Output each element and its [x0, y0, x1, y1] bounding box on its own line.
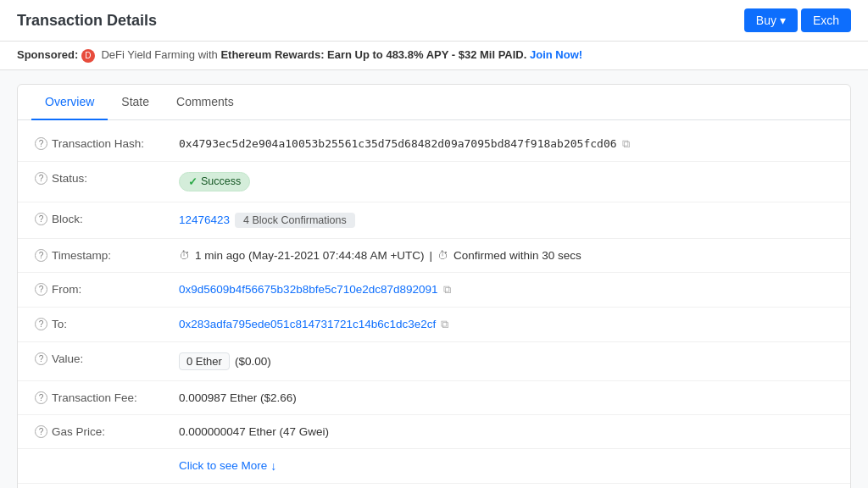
sponsored-bar: Sponsored: D DeFi Yield Farming with Eth…: [0, 42, 868, 70]
row-transaction-fee: ? Transaction Fee: 0.000987 Ether ($2.66…: [18, 381, 850, 415]
tab-state[interactable]: State: [108, 85, 163, 120]
tabs: Overview State Comments: [18, 85, 850, 120]
gas-price-text: 0.000000047 Ether (47 Gwei): [179, 425, 329, 438]
page-title: Transaction Details: [17, 12, 157, 30]
clock-icon: ⏱: [179, 249, 190, 262]
row-to: ? To: 0x283adfa795ede051c814731721c14b6c…: [18, 308, 850, 342]
timestamp-text: 1 min ago (May-21-2021 07:44:48 AM +UTC): [195, 249, 425, 262]
arrow-down-icon: ↓: [270, 459, 276, 473]
value-from: 0x9d5609b4f56675b32b8bfe5c710e2dc87d8920…: [179, 283, 833, 297]
label-status: ? Status:: [35, 172, 179, 185]
row-timestamp: ? Timestamp: ⏱ 1 min ago (May-21-2021 07…: [18, 239, 850, 273]
help-icon-to[interactable]: ?: [35, 318, 47, 330]
help-icon-gas[interactable]: ?: [35, 425, 47, 438]
value-gas-price: 0.000000047 Ether (47 Gwei): [179, 425, 833, 438]
label-value: ? Value:: [35, 352, 179, 365]
separator: |: [430, 249, 433, 262]
row-value: ? Value: 0 Ether ($0.00): [18, 342, 850, 381]
row-click-more: Click to see More ↓: [18, 449, 850, 484]
label-transaction-hash: ? Transaction Hash:: [35, 137, 179, 150]
sponsored-text-bold: Ethereum Rewards: Earn Up to 483.8% APY …: [220, 48, 526, 61]
help-icon-from[interactable]: ?: [35, 283, 47, 296]
defi-icon: D: [81, 49, 95, 63]
label-from: ? From:: [35, 283, 179, 296]
label-transaction-fee: ? Transaction Fee:: [35, 391, 179, 404]
row-status: ? Status: Success: [18, 162, 850, 202]
value-ether: 0 Ether ($0.00): [179, 352, 833, 370]
copy-tx-hash-icon[interactable]: ⧉: [622, 137, 630, 151]
click-more-link[interactable]: Click to see More ↓: [179, 459, 276, 473]
top-bar-actions: Buy ▾ Exch: [744, 8, 851, 32]
from-address-link[interactable]: 0x9d5609b4f56675b32b8bfe5c710e2dc87d8920…: [179, 283, 438, 296]
help-icon-timestamp[interactable]: ?: [35, 249, 47, 262]
value-to: 0x283adfa795ede051c814731721c14b6c1dc3e2…: [179, 318, 833, 331]
main-card: Overview State Comments ? Transaction Ha…: [17, 84, 851, 488]
ether-value-badge: 0 Ether: [179, 352, 230, 370]
value-status: Success: [179, 172, 833, 191]
top-bar: Transaction Details Buy ▾ Exch: [0, 0, 868, 42]
label-block: ? Block:: [35, 213, 179, 225]
copy-from-icon[interactable]: ⧉: [443, 283, 451, 297]
row-from: ? From: 0x9d5609b4f56675b32b8bfe5c710e2d…: [18, 273, 850, 308]
value-click-more: Click to see More ↓: [179, 459, 833, 473]
label-gas-price: ? Gas Price:: [35, 425, 179, 438]
value-block: 12476423 4 Block Confirmations: [179, 213, 833, 228]
label-to: ? To:: [35, 318, 179, 330]
value-transaction-hash: 0x4793ec5d2e904a10053b25561c35d75d68482d…: [179, 137, 833, 151]
sponsored-text-prefix: DeFi Yield Farming with: [101, 48, 220, 61]
tab-overview[interactable]: Overview: [31, 85, 108, 120]
row-private-note: ? Private Note: To access the Private No…: [18, 484, 850, 488]
copy-to-icon[interactable]: ⧉: [441, 318, 448, 331]
usd-value: ($0.00): [235, 355, 271, 368]
label-timestamp: ? Timestamp:: [35, 249, 179, 262]
to-address-link[interactable]: 0x283adfa795ede051c814731721c14b6c1dc3e2…: [179, 318, 436, 330]
help-icon-tx-hash[interactable]: ?: [35, 137, 47, 150]
sponsored-label: Sponsored:: [17, 48, 78, 61]
help-icon-fee[interactable]: ?: [35, 391, 47, 404]
help-icon-status[interactable]: ?: [35, 172, 47, 185]
detail-table: ? Transaction Hash: 0x4793ec5d2e904a1005…: [18, 120, 850, 488]
status-badge: Success: [179, 172, 250, 191]
row-transaction-hash: ? Transaction Hash: 0x4793ec5d2e904a1005…: [18, 127, 850, 162]
value-transaction-fee: 0.000987 Ether ($2.66): [179, 391, 833, 404]
tab-comments[interactable]: Comments: [163, 85, 248, 120]
block-confirmations-badge: 4 Block Confirmations: [235, 213, 355, 228]
confirm-text: Confirmed within 30 secs: [453, 249, 581, 262]
tx-hash-text: 0x4793ec5d2e904a10053b25561c35d75d68482d…: [179, 137, 617, 150]
row-gas-price: ? Gas Price: 0.000000047 Ether (47 Gwei): [18, 415, 850, 449]
exchange-button[interactable]: Exch: [801, 8, 851, 32]
value-timestamp: ⏱ 1 min ago (May-21-2021 07:44:48 AM +UT…: [179, 249, 833, 262]
fee-text: 0.000987 Ether ($2.66): [179, 391, 297, 404]
row-block: ? Block: 12476423 4 Block Confirmations: [18, 202, 850, 239]
buy-button[interactable]: Buy ▾: [744, 8, 798, 32]
help-icon-value[interactable]: ?: [35, 352, 47, 365]
join-now-link[interactable]: Join Now!: [530, 48, 582, 61]
block-number-link[interactable]: 12476423: [179, 214, 230, 226]
help-icon-block[interactable]: ?: [35, 213, 47, 225]
confirm-clock-icon: ⏱: [437, 249, 448, 262]
